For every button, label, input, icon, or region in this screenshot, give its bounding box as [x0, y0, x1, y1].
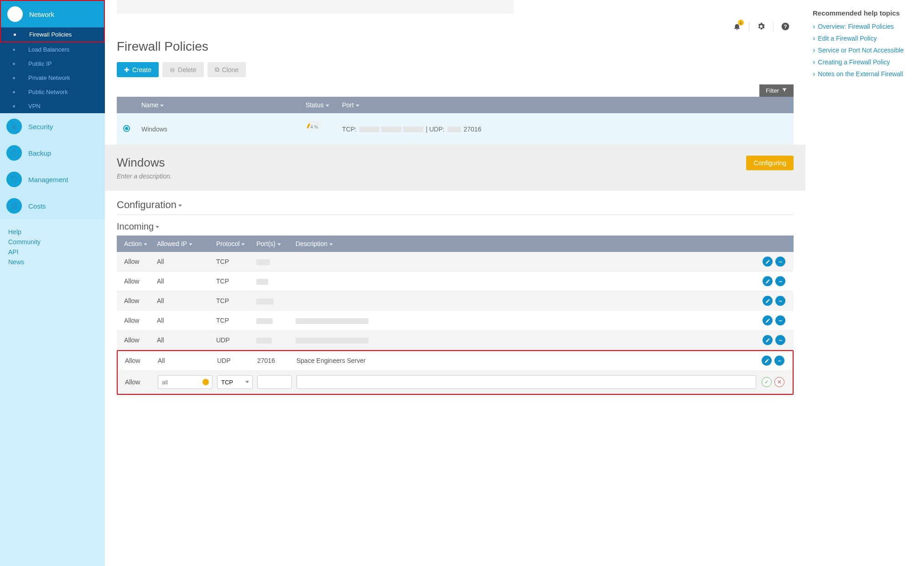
- status-gauge: 4 %: [306, 120, 323, 129]
- clipboard-icon: [6, 172, 22, 187]
- edit-rule-button[interactable]: [763, 276, 773, 286]
- help-link[interactable]: Overview: Firewall Policies: [813, 22, 917, 31]
- help-title: Recommended help topics: [813, 9, 917, 17]
- svg-rect-11: [779, 320, 782, 321]
- detail-description[interactable]: Enter a description.: [117, 173, 172, 180]
- clone-button[interactable]: ⧉ Clone: [208, 62, 246, 77]
- footer-link-api[interactable]: API: [8, 248, 97, 256]
- filter-icon: [782, 87, 787, 94]
- help-panel: Recommended help topics Overview: Firewa…: [805, 0, 924, 566]
- remove-rule-button[interactable]: [775, 335, 785, 345]
- footer-link-community[interactable]: Community: [8, 238, 97, 246]
- help-button[interactable]: ?: [777, 18, 794, 35]
- rule-row: Allow All TCP: [117, 311, 794, 330]
- col-status[interactable]: Status: [306, 101, 342, 109]
- policy-row[interactable]: Windows 4 % TCP: | UDP: 27016: [117, 113, 794, 145]
- edit-rule-button[interactable]: [763, 315, 773, 325]
- col-protocol[interactable]: Protocol: [216, 240, 256, 247]
- sidebar-item-public-network[interactable]: Public Network: [0, 85, 105, 99]
- sidebar-item-management[interactable]: Management: [0, 166, 105, 193]
- sidebar-item-label: Backup: [28, 149, 51, 157]
- remove-rule-button[interactable]: [775, 276, 785, 286]
- sidebar-item-vpn[interactable]: VPN: [0, 99, 105, 113]
- sidebar-item-backup[interactable]: Backup: [0, 140, 105, 166]
- policies-header: Name Status Port: [117, 97, 794, 113]
- delete-button[interactable]: ⊖ Delete: [162, 62, 203, 77]
- protocol-select[interactable]: TCP: [217, 375, 253, 389]
- sidebar-item-label: Management: [28, 176, 68, 183]
- svg-rect-3: [12, 177, 16, 182]
- policy-detail: Windows Enter a description. Configuring: [105, 145, 805, 191]
- description-input[interactable]: [296, 375, 756, 389]
- rules-table: Action Allowed IP Protocol Port(s) Descr…: [117, 236, 794, 395]
- radio-select[interactable]: [123, 125, 130, 132]
- help-link[interactable]: Service or Port Not Accessible: [813, 46, 917, 54]
- incoming-header[interactable]: Incoming: [117, 221, 794, 232]
- new-rule-row: Allow TCP: [118, 371, 793, 394]
- rule-row-highlighted: Allow All UDP 27016 Space Engineers Serv…: [118, 351, 793, 371]
- action-buttons: ✚ Create ⊖ Delete ⧉ Clone: [117, 62, 794, 77]
- help-link[interactable]: Edit a Firewall Policy: [813, 34, 917, 42]
- confirm-rule-button[interactable]: ✓: [762, 377, 772, 387]
- remove-rule-button[interactable]: [775, 296, 785, 306]
- edit-rule-button[interactable]: [763, 257, 773, 267]
- clone-icon: ⧉: [215, 66, 219, 73]
- svg-rect-4: [13, 176, 16, 178]
- col-action[interactable]: Action: [120, 240, 157, 247]
- configuration-header[interactable]: Configuration: [117, 199, 794, 215]
- minus-icon: ⊖: [170, 66, 175, 73]
- footer-link-help[interactable]: Help: [8, 228, 97, 236]
- detail-name: Windows: [117, 156, 172, 170]
- remove-rule-button[interactable]: [775, 315, 785, 325]
- policy-ports: TCP: | UDP: 27016: [342, 126, 787, 133]
- page-title: Firewall Policies: [117, 39, 794, 54]
- separator: [749, 21, 749, 31]
- sidebar-item-costs[interactable]: Costs: [0, 193, 105, 219]
- sidebar-item-private-network[interactable]: Private Network: [0, 71, 105, 85]
- cancel-rule-button[interactable]: ✕: [774, 377, 784, 387]
- col-ports[interactable]: Port(s): [256, 240, 296, 247]
- rules-header: Action Allowed IP Protocol Port(s) Descr…: [117, 236, 794, 252]
- remove-rule-button[interactable]: [775, 257, 785, 267]
- policy-name: Windows: [141, 126, 306, 133]
- sidebar-item-security[interactable]: Security: [0, 113, 105, 140]
- edit-rule-button[interactable]: [763, 296, 773, 306]
- edit-rule-button[interactable]: [763, 335, 773, 345]
- svg-rect-10: [779, 301, 782, 301]
- create-button[interactable]: ✚ Create: [117, 62, 159, 77]
- col-allowed-ip[interactable]: Allowed IP: [157, 240, 216, 247]
- rule-row: Allow All UDP: [117, 330, 794, 350]
- col-description[interactable]: Description: [296, 240, 757, 247]
- coins-icon: [6, 198, 22, 214]
- separator: [773, 21, 773, 31]
- sidebar-item-label: Costs: [28, 202, 46, 210]
- ports-input[interactable]: [257, 375, 292, 389]
- topbar-icons: 1 ?: [105, 15, 805, 35]
- rule-row: Allow All TCP: [117, 252, 794, 272]
- footer-link-news[interactable]: News: [8, 258, 97, 266]
- svg-rect-13: [778, 361, 781, 361]
- globe-icon: [7, 6, 23, 22]
- banner-strip: [117, 0, 514, 14]
- sidebar-item-public-ip[interactable]: Public IP: [0, 57, 105, 71]
- svg-rect-9: [779, 281, 782, 282]
- help-link[interactable]: Notes on the External Firewall: [813, 70, 917, 78]
- sidebar-item-load-balancers[interactable]: Load Balancers: [0, 42, 105, 57]
- help-link[interactable]: Creating a Firewall Policy: [813, 58, 917, 66]
- main-content: 1 ? Firewall Policies ✚ Create ⊖ Delete …: [105, 0, 805, 566]
- remove-rule-button[interactable]: [774, 356, 784, 366]
- svg-rect-1: [12, 126, 16, 129]
- col-port[interactable]: Port: [342, 101, 787, 109]
- svg-rect-8: [779, 262, 782, 262]
- edit-rule-button[interactable]: [762, 356, 772, 366]
- sidebar-item-firewall-policies[interactable]: Firewall Policies: [1, 27, 104, 42]
- notifications-button[interactable]: 1: [729, 18, 745, 35]
- svg-rect-12: [779, 340, 782, 341]
- settings-button[interactable]: [753, 18, 769, 35]
- sidebar-item-network[interactable]: Network: [1, 1, 104, 27]
- col-name[interactable]: Name: [141, 101, 306, 109]
- svg-point-5: [12, 203, 17, 205]
- filter-button[interactable]: Filter: [759, 84, 794, 97]
- lock-icon: [6, 119, 22, 134]
- policies-table: Name Status Port Windows 4 % TCP: | UDP:: [117, 97, 794, 145]
